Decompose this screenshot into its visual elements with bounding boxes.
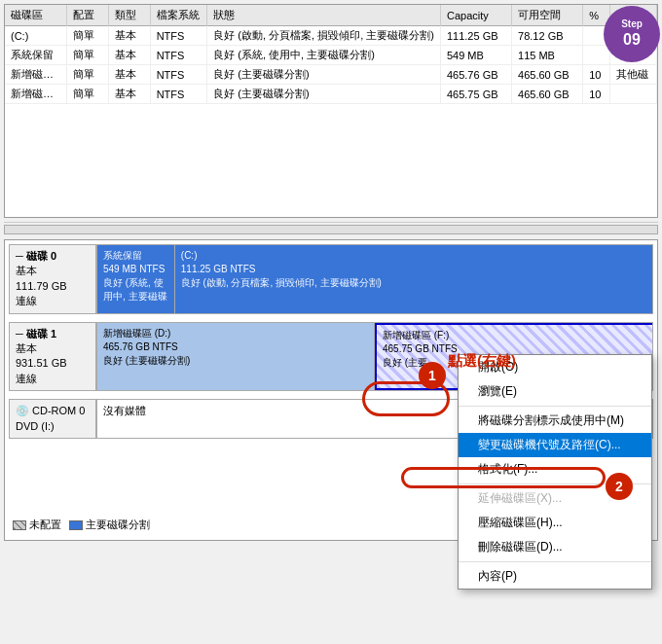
- disk1-name: ─ 磁碟 1: [16, 327, 90, 341]
- cdrom-icon: 💿: [16, 404, 29, 418]
- disk1-partition0[interactable]: 新增磁碟區 (D:) 465.76 GB NTFS 良好 (主要磁碟分割): [97, 323, 375, 391]
- disk0-status: 連線: [16, 294, 90, 308]
- p0-sub: 549 MB NTFS: [103, 263, 168, 276]
- cell-2-3: NTFS: [150, 65, 207, 85]
- p3-label: 新增磁碟區 (F:): [383, 329, 646, 342]
- table-row[interactable]: 新增磁…簡單基本NTFS良好 (主要磁碟分割)465.76 GB465.60 G…: [5, 65, 657, 85]
- menu-item-delete[interactable]: 刪除磁碟區(D)...: [459, 535, 651, 559]
- cell-1-6: 115 MB: [512, 46, 583, 65]
- table-row[interactable]: (C:)簡單基本NTFS良好 (啟動, 分頁檔案, 損毀傾印, 主要磁碟分割)1…: [5, 26, 657, 46]
- cell-1-0: 系統保留: [5, 46, 67, 65]
- step-label: Step: [621, 18, 643, 30]
- step-badge: Step 09: [604, 6, 660, 62]
- cell-2-6: 465.60 GB: [512, 65, 583, 85]
- legend-primary-label: 主要磁碟分割: [86, 518, 150, 532]
- cell-1-5: 549 MB: [440, 46, 511, 65]
- separator-3: [459, 561, 651, 562]
- separator-1: [459, 406, 651, 407]
- disk-table-area: 磁碟區 配置 類型 檔案系統 狀態 Capacity 可用空間 % 動作 (C:…: [4, 4, 658, 218]
- col-capacity[interactable]: Capacity: [440, 5, 511, 26]
- callout-2: 2: [606, 473, 633, 500]
- p2-sub: 465.76 GB NTFS: [103, 340, 368, 354]
- cell-3-8: [609, 85, 656, 104]
- col-layout[interactable]: 配置: [67, 5, 109, 26]
- cdrom-label: 💿 CD-ROM 0 DVD (I:): [9, 399, 96, 439]
- menu-item-shrink[interactable]: 壓縮磁碟區(H)...: [459, 511, 651, 535]
- col-status[interactable]: 狀態: [207, 5, 441, 26]
- cell-3-0: 新增磁…: [5, 85, 67, 104]
- cell-0-2: 基本: [108, 26, 150, 46]
- cell-2-8: 其他磁: [609, 65, 656, 85]
- p0-label: 系統保留: [103, 249, 168, 263]
- callout-1: 1: [419, 362, 446, 389]
- table-row[interactable]: 系統保留簡單基本NTFS良好 (系統, 使用中, 主要磁碟分割)549 MB11…: [5, 46, 657, 65]
- menu-item-properties[interactable]: 內容(P): [459, 564, 651, 589]
- cell-3-5: 465.75 GB: [440, 85, 511, 104]
- cdrom-name: CD-ROM 0: [32, 404, 85, 418]
- p2-label: 新增磁碟區 (D:): [103, 327, 368, 340]
- cell-0-5: 111.25 GB: [440, 26, 511, 46]
- disk0-label: ─ 磁碟 0 基本 111.79 GB 連線: [9, 244, 96, 314]
- cell-2-0: 新增磁…: [5, 65, 67, 85]
- p0-desc: 良好 (系統, 使用中, 主要磁碟: [103, 276, 168, 304]
- legend-primary: 主要磁碟分割: [69, 518, 150, 532]
- legend-area: 未配置 主要磁碟分割: [13, 518, 150, 532]
- cell-2-4: 良好 (主要磁碟分割): [207, 65, 441, 85]
- cell-0-6: 78.12 GB: [512, 26, 583, 46]
- disk-table: 磁碟區 配置 類型 檔案系統 狀態 Capacity 可用空間 % 動作 (C:…: [5, 5, 657, 104]
- disk0-partition1[interactable]: (C:) 111.25 GB NTFS 良好 (啟動, 分頁檔案, 損毀傾印, …: [175, 245, 652, 313]
- col-freespace[interactable]: 可用空間: [512, 5, 583, 26]
- cell-3-7: 10: [583, 85, 610, 104]
- cell-2-1: 簡單: [67, 65, 109, 85]
- menu-item-change-letter[interactable]: 變更磁碟機代號及路徑(C)...: [459, 433, 651, 457]
- disk0-row: ─ 磁碟 0 基本 111.79 GB 連線 系統保留 549 MB NTFS …: [9, 244, 653, 314]
- cell-0-3: NTFS: [150, 26, 207, 46]
- disk1-size: 931.51 GB: [16, 356, 90, 371]
- disk0-type: 基本: [16, 264, 90, 278]
- disk0-partition0[interactable]: 系統保留 549 MB NTFS 良好 (系統, 使用中, 主要磁碟: [97, 245, 175, 313]
- cdrom-type: DVD (I:): [16, 419, 90, 434]
- cell-3-4: 良好 (主要磁碟分割): [207, 85, 441, 104]
- context-menu: 開啟(O) 瀏覽(E) 將磁碟分割標示成使用中(M) 變更磁碟機代號及路徑(C)…: [458, 354, 652, 590]
- disk1-type: 基本: [16, 341, 90, 356]
- click-label: 點選(右鍵): [448, 352, 516, 371]
- scrollbar-track[interactable]: [4, 225, 658, 234]
- col-type[interactable]: 類型: [108, 5, 150, 26]
- col-volume[interactable]: 磁碟區: [5, 5, 67, 26]
- cell-1-7: [583, 46, 610, 65]
- cell-1-4: 良好 (系統, 使用中, 主要磁碟分割): [207, 46, 441, 65]
- cell-0-4: 良好 (啟動, 分頁檔案, 損毀傾印, 主要磁碟分割): [207, 26, 441, 46]
- cell-3-1: 簡單: [67, 85, 109, 104]
- menu-item-browse[interactable]: 瀏覽(E): [459, 379, 651, 404]
- menu-item-mark-active[interactable]: 將磁碟分割標示成使用中(M): [459, 409, 651, 433]
- cell-0-1: 簡單: [67, 26, 109, 46]
- disk1-status: 連線: [16, 372, 90, 386]
- table-header-row: 磁碟區 配置 類型 檔案系統 狀態 Capacity 可用空間 % 動作: [5, 5, 657, 26]
- cell-3-2: 基本: [108, 85, 150, 104]
- cell-1-2: 基本: [108, 46, 150, 65]
- table-row[interactable]: 新增磁…簡單基本NTFS良好 (主要磁碟分割)465.75 GB465.60 G…: [5, 85, 657, 104]
- horizontal-scrollbar[interactable]: [4, 222, 658, 235]
- cell-1-1: 簡單: [67, 46, 109, 65]
- p1-label: (C:): [181, 249, 646, 263]
- cell-3-3: NTFS: [150, 85, 207, 104]
- disk0-name: ─ 磁碟 0: [16, 249, 90, 264]
- cdrom-status: 沒有媒體: [103, 405, 146, 416]
- step-number: 09: [623, 30, 641, 49]
- legend-unallocated-box: [13, 520, 26, 530]
- p2-desc: 良好 (主要磁碟分割): [103, 354, 368, 368]
- disk0-partitions: 系統保留 549 MB NTFS 良好 (系統, 使用中, 主要磁碟 (C:) …: [96, 244, 653, 314]
- disk1-label: ─ 磁碟 1 基本 931.51 GB 連線: [9, 322, 96, 392]
- p1-desc: 良好 (啟動, 分頁檔案, 損毀傾印, 主要磁碟分割): [181, 276, 646, 290]
- legend-unallocated-label: 未配置: [29, 518, 61, 532]
- legend-primary-box: [69, 520, 83, 530]
- main-container: Step 09 磁碟區 配置 類型 檔案系統 狀態 Capacity 可用空間 …: [0, 4, 662, 644]
- legend-unallocated: 未配置: [13, 518, 61, 532]
- col-filesystem[interactable]: 檔案系統: [150, 5, 207, 26]
- cell-2-5: 465.76 GB: [440, 65, 511, 85]
- cell-2-7: 10: [583, 65, 610, 85]
- cell-1-3: NTFS: [150, 46, 207, 65]
- cell-2-2: 基本: [108, 65, 150, 85]
- disk0-size: 111.79 GB: [16, 279, 90, 294]
- cell-3-6: 465.60 GB: [512, 85, 583, 104]
